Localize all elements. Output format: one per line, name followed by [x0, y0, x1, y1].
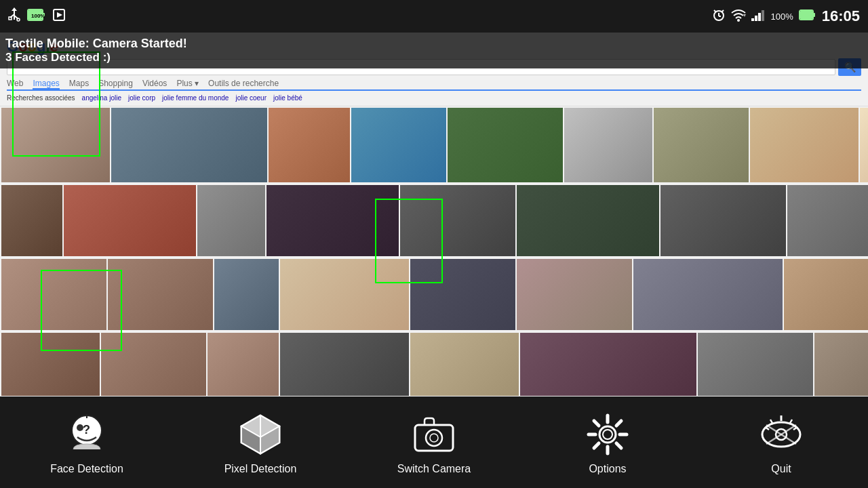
status-left: 100% — [8, 7, 65, 25]
related-femme[interactable]: jolie femme du monde — [162, 94, 229, 102]
quit-label: Quit — [771, 463, 791, 475]
svg-line-44 — [616, 421, 621, 426]
svg-rect-25 — [800, 11, 812, 19]
tab-images[interactable]: Images — [33, 79, 59, 89]
switch-camera-button[interactable]: Switch Camera — [347, 403, 521, 482]
grid-img — [280, 333, 409, 396]
grid-img — [208, 333, 279, 396]
svg-line-53 — [793, 427, 797, 430]
wifi-icon — [731, 9, 746, 24]
tab-plus[interactable]: Plus ▾ — [176, 79, 199, 88]
options-button[interactable]: Options — [521, 403, 694, 482]
pixel-detection-button[interactable]: Pixel Detection — [174, 403, 347, 482]
related-angelina[interactable]: angelina jolie — [82, 94, 121, 102]
grid-img — [214, 259, 279, 330]
grid-img — [784, 259, 868, 330]
svg-point-37 — [599, 426, 616, 443]
svg-point-17 — [737, 19, 740, 22]
switch-camera-label: Switch Camera — [397, 463, 471, 475]
grid-img — [517, 259, 632, 330]
grid-img — [1, 259, 106, 330]
grid-img — [448, 108, 563, 182]
svg-line-52 — [765, 427, 769, 430]
tab-shopping[interactable]: Shopping — [98, 79, 133, 88]
grid-img — [860, 108, 868, 182]
notification-title: Tactile Mobile: Camera Started! — [5, 37, 863, 51]
svg-text:?: ? — [83, 423, 90, 436]
svg-marker-1 — [12, 7, 17, 11]
status-time: 16:05 — [822, 7, 860, 25]
options-icon — [583, 410, 632, 459]
grid-img — [520, 333, 696, 396]
svg-point-46 — [603, 430, 612, 439]
face-detection-label: Face Detection — [50, 463, 123, 475]
svg-rect-20 — [755, 16, 757, 21]
grid-img — [269, 108, 350, 182]
svg-line-43 — [616, 443, 621, 448]
svg-text:100%: 100% — [31, 13, 45, 19]
grid-img — [698, 333, 813, 396]
switch-camera-icon — [410, 410, 458, 459]
tab-videos[interactable]: Vidéos — [142, 79, 167, 88]
options-label: Options — [589, 463, 626, 475]
related-corp[interactable]: jolie corp — [128, 94, 155, 102]
grid-img — [280, 259, 409, 330]
pixel-detection-icon — [236, 410, 285, 459]
svg-marker-11 — [57, 12, 62, 18]
grid-img — [410, 259, 515, 330]
grid-img — [108, 259, 213, 330]
grid-img — [750, 108, 859, 182]
svg-point-36 — [430, 434, 438, 442]
svg-rect-34 — [415, 425, 453, 451]
alarm-icon — [712, 7, 726, 25]
grid-img — [654, 108, 749, 182]
grid-img — [197, 185, 265, 256]
svg-line-42 — [594, 421, 599, 426]
grid-img — [111, 108, 267, 182]
tab-maps[interactable]: Maps — [69, 79, 89, 88]
grid-img — [410, 333, 519, 396]
face-detection-button[interactable]: ? Face Detection — [0, 403, 174, 482]
battery-full-icon — [799, 9, 816, 24]
related-coeur[interactable]: jolie coeur — [235, 94, 267, 102]
camera-area: Google 🔍 Web Images Maps Shopping Vidéos… — [0, 33, 868, 396]
related-label: Recherches associées — [7, 94, 75, 102]
tab-outils[interactable]: Outils de recherche — [208, 79, 279, 88]
svg-rect-3 — [9, 17, 12, 20]
grid-img — [660, 185, 786, 256]
related-searches: Recherches associées angelina jolie joli… — [7, 93, 861, 103]
status-right: 100% 16:05 — [712, 7, 860, 25]
svg-rect-19 — [751, 18, 754, 21]
quit-button[interactable]: Quit — [694, 403, 868, 482]
svg-line-16 — [722, 10, 724, 12]
face-detection-icon: ? — [62, 410, 111, 459]
grid-img — [101, 333, 206, 396]
svg-rect-24 — [813, 13, 815, 17]
grid-img — [267, 185, 399, 256]
grid-img — [517, 185, 659, 256]
nav-tabs: Web Images Maps Shopping Vidéos Plus ▾ O… — [7, 79, 861, 91]
tab-web[interactable]: Web — [7, 79, 23, 88]
quit-icon — [757, 410, 806, 459]
svg-line-45 — [594, 443, 599, 448]
grid-img — [1, 185, 62, 256]
battery-percent: 100% — [770, 12, 793, 22]
signal-icon — [751, 9, 765, 24]
grid-img — [1, 108, 110, 182]
battery-icon: 100% — [27, 7, 46, 25]
pixel-detection-label: Pixel Detection — [224, 463, 297, 475]
google-overlay: Google 🔍 Web Images Maps Shopping Vidéos… — [0, 33, 868, 396]
grid-img — [633, 259, 783, 330]
grid-img — [400, 185, 515, 256]
image-grid — [0, 106, 868, 396]
notification-subtitle: 3 Faces Detected :) — [5, 51, 863, 64]
grid-img — [64, 185, 196, 256]
status-bar: 100% — [0, 0, 868, 33]
usb-icon — [8, 7, 20, 25]
grid-img — [351, 108, 446, 182]
bottom-toolbar: ? Face Detection Pixel Detection — [0, 396, 868, 488]
svg-line-15 — [714, 10, 716, 12]
related-bebe[interactable]: jolie bébé — [273, 94, 302, 102]
svg-marker-18 — [743, 14, 746, 17]
media-icon — [53, 9, 65, 24]
